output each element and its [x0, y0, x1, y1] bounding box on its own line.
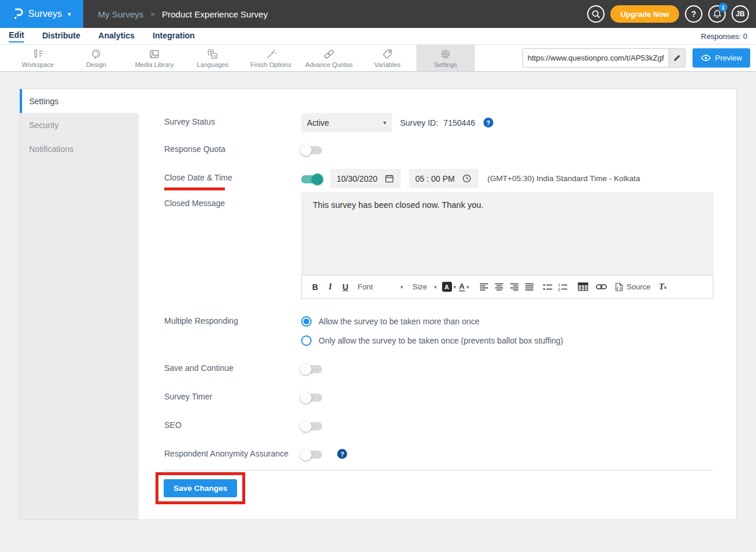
preview-button[interactable]: Preview: [693, 48, 750, 68]
tab-analytics[interactable]: Analytics: [98, 31, 135, 42]
breadcrumb-my-surveys[interactable]: My Surveys: [98, 9, 143, 19]
save-and-continue-row: Save and Continue: [164, 363, 713, 373]
survey-timer-row: Survey Timer: [164, 392, 713, 402]
background-color-button[interactable]: A▾: [441, 279, 457, 295]
toggle-knob: [300, 420, 312, 432]
edit-url-button[interactable]: [669, 49, 685, 67]
seo-label: SEO: [164, 420, 301, 430]
tag-icon: [381, 48, 393, 60]
questionpro-logo[interactable]: Surveys ▾: [0, 0, 83, 28]
survey-timer-label: Survey Timer: [164, 392, 301, 401]
toolbar-item-settings[interactable]: Settings: [416, 45, 475, 71]
save-changes-button[interactable]: Save Changes: [164, 479, 237, 497]
clock-icon: [462, 174, 472, 183]
table-button[interactable]: [575, 279, 591, 295]
close-date-value: 10/30/2020: [337, 174, 377, 183]
close-time-field[interactable]: 05 : 00 PM: [409, 169, 478, 188]
preview-label: Preview: [715, 54, 742, 62]
bullet-list-button[interactable]: [540, 279, 556, 295]
chevron-down-icon: ▾: [467, 284, 469, 290]
search-button[interactable]: [587, 5, 605, 23]
multiple-responding-row: Multiple Responding Allow the survey to …: [164, 316, 713, 346]
survey-url-box: [522, 48, 686, 68]
radio-only-once[interactable]: Only allow the survey to be taken once (…: [301, 335, 563, 346]
sidebar-item-settings[interactable]: Settings: [20, 89, 139, 113]
tab-integration[interactable]: Integration: [153, 31, 195, 42]
closed-message-text[interactable]: This survey has been closed now. Thank y…: [301, 192, 713, 275]
toggle-knob: [300, 363, 312, 375]
radio-unselected-icon: [301, 335, 312, 346]
underline-button[interactable]: U: [338, 279, 353, 295]
toggle-knob: [300, 144, 312, 156]
italic-button[interactable]: I: [323, 279, 338, 295]
link-button[interactable]: [594, 279, 609, 295]
multiple-responding-label: Multiple Responding: [164, 316, 301, 325]
close-time-value: 05 : 00 PM: [415, 174, 455, 183]
toolbar-item-languages[interactable]: A Languages: [183, 45, 242, 71]
upgrade-now-button[interactable]: Upgrade Now: [610, 5, 679, 23]
respondent-anonymity-toggle[interactable]: [301, 451, 322, 459]
size-dropdown[interactable]: Size▾: [412, 282, 437, 291]
user-avatar[interactable]: JB: [732, 5, 749, 23]
respondent-anonymity-row: Respondent Anonymity Assurance ?: [164, 449, 713, 459]
font-dropdown[interactable]: Font▾: [358, 282, 403, 291]
survey-id-value: 7150446: [443, 118, 475, 128]
numbered-list-button[interactable]: 12: [556, 279, 571, 295]
search-icon: [591, 9, 601, 19]
chevron-down-icon: ▾: [454, 284, 457, 290]
survey-status-label: Survey Status: [164, 113, 301, 126]
save-and-continue-label: Save and Continue: [164, 363, 301, 373]
bold-button[interactable]: B: [308, 279, 323, 295]
red-box-annotation: Save Changes: [156, 472, 245, 504]
help-button[interactable]: ?: [685, 5, 702, 23]
survey-link-area: Preview: [522, 45, 756, 71]
toolbar-item-workspace[interactable]: Workspace: [9, 45, 67, 71]
justify-button[interactable]: [522, 279, 537, 295]
sidebar-item-security[interactable]: Security: [20, 113, 139, 137]
survey-timer-toggle[interactable]: [301, 394, 322, 402]
align-center-button[interactable]: [492, 279, 507, 295]
workspace-icon: [32, 48, 44, 60]
close-date-field[interactable]: 10/30/2020: [330, 169, 401, 188]
radio-allow-multiple[interactable]: Allow the survey to be taken more than o…: [301, 316, 563, 327]
survey-id-help-icon[interactable]: ?: [483, 118, 493, 128]
content-background: Settings Security Notifications Survey S…: [0, 72, 756, 551]
toolbar-item-finish-options[interactable]: Finish Options: [242, 45, 300, 71]
notifications-button[interactable]: 1: [708, 5, 726, 23]
sidebar-item-notifications[interactable]: Notifications: [20, 137, 139, 161]
toolbar-item-media-library[interactable]: Media Library: [125, 45, 183, 71]
settings-form: Survey Status Active ▾ Survey ID: 715044…: [139, 89, 737, 519]
gear-icon: [440, 48, 451, 60]
questionpro-p-icon: [12, 8, 23, 20]
response-quota-toggle[interactable]: [301, 146, 322, 154]
magic-wand-icon: [265, 48, 277, 60]
section-tabs: Edit Distribute Analytics Integration Re…: [0, 28, 756, 45]
align-left-button[interactable]: [476, 279, 492, 295]
toolbar-item-design[interactable]: Design: [67, 45, 125, 71]
close-date-row: Close Date & Time 10/30/2020 05 : 00 PM: [164, 173, 713, 188]
seo-row: SEO: [164, 420, 713, 430]
toggle-knob: [300, 392, 312, 404]
tab-distribute[interactable]: Distribute: [42, 31, 80, 42]
close-date-toggle[interactable]: [301, 175, 322, 183]
align-right-button[interactable]: [507, 279, 522, 295]
save-and-continue-toggle[interactable]: [301, 365, 322, 373]
eye-icon: [701, 54, 711, 62]
remove-format-button[interactable]: Tx: [655, 279, 670, 295]
toggle-knob: [300, 449, 312, 461]
tab-edit[interactable]: Edit: [9, 30, 24, 43]
text-color-button[interactable]: A▾: [457, 279, 472, 295]
palette-icon: [90, 48, 102, 60]
source-button[interactable]: Source: [615, 279, 651, 295]
survey-url-input[interactable]: [523, 49, 669, 67]
richtext-toolbar: B I U Font▾ Size▾ A▾ A▾: [301, 275, 713, 299]
anonymity-help-icon[interactable]: ?: [337, 449, 347, 459]
edit-toolbar: Workspace Design Media Library A Languag…: [0, 45, 756, 72]
response-quota-row: Response Quota: [164, 144, 713, 154]
toolbar-item-advance-quotas[interactable]: Advance Quotas: [300, 45, 358, 71]
toolbar-item-variables[interactable]: Variables: [358, 45, 416, 71]
survey-status-select[interactable]: Active ▾: [301, 113, 392, 132]
breadcrumb: My Surveys > Product Experience Survey: [98, 9, 268, 19]
red-underline-annotation: [164, 187, 225, 190]
seo-toggle[interactable]: [301, 422, 322, 430]
